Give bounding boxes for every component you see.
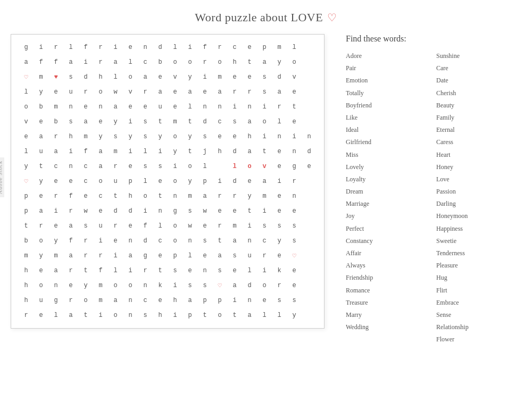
grid-cell: n (123, 293, 138, 308)
grid-cell: e (153, 174, 168, 189)
grid-cell: c (153, 233, 168, 248)
grid-cell: o (287, 55, 302, 70)
grid-cell: e (19, 129, 34, 144)
grid-cell: a (182, 85, 197, 99)
grid-cell: n (242, 233, 257, 248)
grid-cell: t (257, 144, 272, 159)
grid-cell: d (197, 114, 212, 129)
grid-cell: y (287, 308, 302, 323)
grid-cell: l (108, 263, 123, 278)
grid-cell: e (34, 114, 48, 129)
grid-cell: t (212, 233, 227, 248)
grid-cell: h (212, 144, 227, 159)
grid-cell: y (34, 174, 48, 189)
word-item: Sweetie (436, 236, 521, 246)
grid-cell (302, 40, 317, 55)
grid-cell: o (257, 114, 272, 129)
grid-cell: l (242, 263, 257, 278)
grid-cell: r (197, 55, 212, 70)
grid-cell: t (153, 263, 168, 278)
grid-cell: r (48, 40, 63, 55)
word-item: Ideal (346, 125, 431, 135)
grid-cell: n (48, 278, 63, 293)
grid-cell: g (287, 159, 302, 174)
grid-cell: y (19, 159, 34, 174)
grid-cell: h (19, 278, 34, 293)
word-item: Joy (346, 211, 431, 221)
grid-cell: e (242, 70, 257, 85)
word-item: Care (436, 63, 521, 73)
grid-cell: e (93, 204, 108, 219)
word-item: Totally (346, 88, 431, 98)
grid-cell: u (242, 248, 257, 263)
grid-cell: m (34, 70, 48, 85)
grid-cell: m (93, 278, 108, 293)
word-item: Affair (346, 248, 431, 258)
grid-cell: y (182, 129, 197, 144)
grid-cell: o (168, 174, 182, 189)
word-item: Happiness (436, 224, 521, 234)
grid-cell: n (123, 233, 138, 248)
grid-cell: s (287, 233, 302, 248)
grid-cell: c (212, 114, 227, 129)
grid-cell: h (63, 129, 78, 144)
grid-cell: p (182, 308, 197, 323)
grid-cell: s (257, 70, 272, 85)
grid-cell: t (19, 219, 34, 233)
word-item: Caress (436, 137, 521, 147)
grid-cell: y (272, 233, 287, 248)
grid-cell: e (138, 99, 153, 114)
grid-cell: e (182, 263, 197, 278)
grid-cell: a (197, 189, 212, 204)
grid-cell: n (138, 278, 153, 293)
grid-cell: e (123, 40, 138, 55)
grid-cell: e (272, 204, 287, 219)
grid-cell: s (63, 114, 78, 129)
grid-cell: w (182, 219, 197, 233)
grid-cell: a (227, 278, 242, 293)
grid-cell (302, 219, 317, 233)
grid-cell: c (48, 159, 63, 174)
grid-cell: f (93, 263, 108, 278)
word-list-container: Find these words: AdoreSunshinePairCareE… (340, 34, 521, 345)
grid-cell: f (197, 40, 212, 55)
word-item: Beauty (436, 100, 521, 111)
grid-cell: c (138, 55, 153, 70)
grid-cell: p (197, 293, 212, 308)
grid-cell: r (63, 293, 78, 308)
grid-cell: a (227, 233, 242, 248)
grid-cell: s (138, 159, 153, 174)
word-item: Flower (436, 334, 521, 345)
grid-cell: p (19, 204, 34, 219)
grid-cell: m (272, 40, 287, 55)
grid-cell: t (153, 114, 168, 129)
grid-cell: s (197, 233, 212, 248)
grid-cell: i (257, 204, 272, 219)
grid-cell: a (123, 248, 138, 263)
grid-cell: e (63, 174, 78, 189)
word-list-title: Find these words: (346, 34, 521, 44)
grid-cell: i (108, 248, 123, 263)
grid-cell: d (227, 144, 242, 159)
grid-cell: i (138, 204, 153, 219)
grid-cell: r (212, 189, 227, 204)
grid-cell: g (48, 293, 63, 308)
grid-cell: i (272, 174, 287, 189)
grid-cell: s (227, 248, 242, 263)
word-item: Sunshine (436, 51, 521, 61)
word-item: Girlfriend (346, 137, 431, 147)
grid-cell: o (34, 233, 48, 248)
grid-cell: o (212, 308, 227, 323)
grid-cell: l (182, 248, 197, 263)
grid-cell: r (108, 159, 123, 174)
grid-cell (302, 204, 317, 219)
grid-cell: s (212, 263, 227, 278)
grid-cell: l (48, 308, 63, 323)
grid-cell: a (212, 248, 227, 263)
grid-cell: m (108, 144, 123, 159)
grid-cell: l (153, 219, 168, 233)
grid-cell (302, 114, 317, 129)
grid-cell: n (93, 99, 108, 114)
grid-cell: s (272, 219, 287, 233)
grid-cell: a (257, 174, 272, 189)
